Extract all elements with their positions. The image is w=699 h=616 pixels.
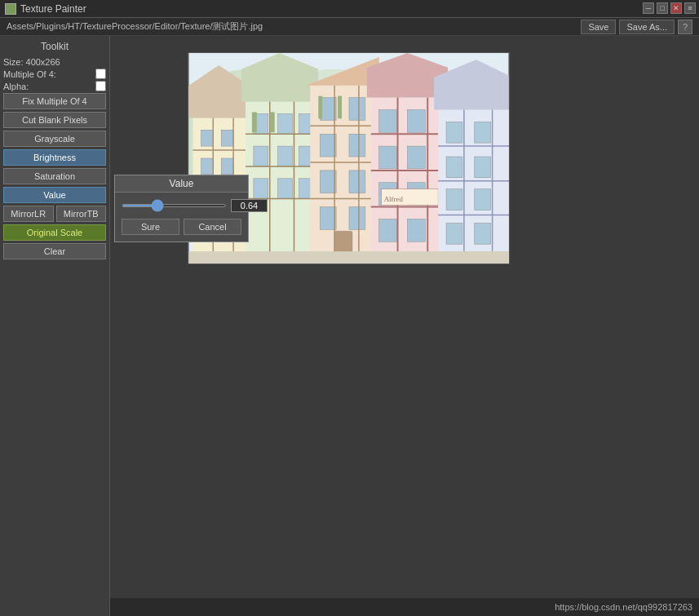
url-text: https://blog.csdn.net/qq992817263 bbox=[555, 602, 692, 612]
saturation-button[interactable]: Saturation bbox=[3, 168, 106, 184]
cut-blank-pixels-button[interactable]: Cut Blank Pixels bbox=[3, 112, 106, 128]
menu-button[interactable]: ≡ bbox=[684, 2, 696, 14]
cancel-button[interactable]: Cancel bbox=[184, 219, 241, 235]
dialog-title: Value bbox=[115, 175, 248, 193]
path-bar: Assets/Plugins/HT/TextureProcessor/Edito… bbox=[0, 18, 699, 36]
status-bar: https://blog.csdn.net/qq992817263 bbox=[110, 598, 699, 616]
sure-button[interactable]: Sure bbox=[122, 219, 179, 235]
fix-multiple-button[interactable]: Fix Multiple Of 4 bbox=[3, 93, 106, 109]
file-path: Assets/Plugins/HT/TextureProcessor/Edito… bbox=[7, 20, 581, 33]
multiple-of-4-checkbox[interactable] bbox=[95, 69, 106, 79]
main-content: Toolkit Size: 400x266 Multiple Of 4: Alp… bbox=[0, 36, 699, 616]
clear-button[interactable]: Clear bbox=[3, 243, 106, 259]
save-as-button[interactable]: Save As... bbox=[619, 20, 675, 34]
multiple-of-4-row: Multiple Of 4: bbox=[3, 69, 106, 79]
value-button[interactable]: Value bbox=[3, 187, 106, 203]
canvas-area: Value Sure Cancel bbox=[110, 36, 699, 616]
help-icon[interactable]: ? bbox=[678, 20, 692, 34]
restore-button[interactable]: □ bbox=[657, 2, 668, 14]
mirror-row: MirrorLR MirrorTB bbox=[3, 206, 106, 222]
mirror-lr-button[interactable]: MirrorLR bbox=[3, 206, 54, 222]
slider-row bbox=[122, 199, 241, 212]
mirror-tb-button[interactable]: MirrorTB bbox=[56, 206, 107, 222]
alpha-checkbox[interactable] bbox=[95, 81, 106, 91]
alpha-row: Alpha: bbox=[3, 81, 106, 91]
dialog-body: Sure Cancel bbox=[115, 193, 248, 242]
value-input[interactable] bbox=[231, 199, 268, 212]
toolkit-title: Toolkit bbox=[3, 39, 106, 54]
minimize-button[interactable]: ─ bbox=[643, 2, 654, 14]
value-dialog: Value Sure Cancel bbox=[114, 175, 249, 242]
app-title: Texture Painter bbox=[20, 3, 86, 15]
title-bar: Texture Painter ─ □ ✕ ≡ bbox=[0, 0, 699, 18]
grayscale-button[interactable]: Grayscale bbox=[3, 131, 106, 147]
dialog-buttons: Sure Cancel bbox=[122, 219, 241, 235]
value-slider[interactable] bbox=[122, 204, 227, 207]
app-icon bbox=[5, 3, 16, 15]
original-scale-button[interactable]: Original Scale bbox=[3, 224, 106, 241]
size-info: Size: 400x266 bbox=[3, 57, 106, 67]
save-button[interactable]: Save bbox=[581, 20, 616, 34]
close-button[interactable]: ✕ bbox=[670, 2, 682, 14]
toolkit-panel: Toolkit Size: 400x266 Multiple Of 4: Alp… bbox=[0, 36, 110, 616]
brightness-button[interactable]: Brightness bbox=[3, 149, 106, 166]
